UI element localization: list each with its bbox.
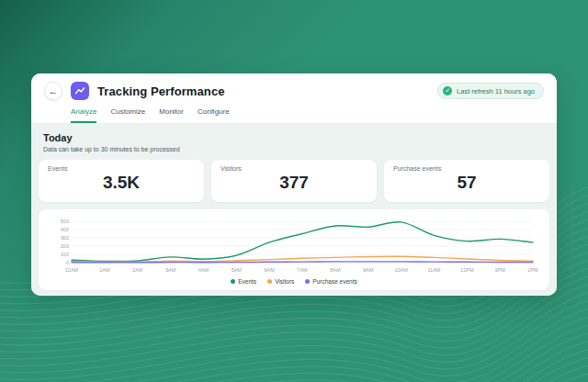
check-icon: ✓ (443, 86, 452, 96)
back-button[interactable]: ← (44, 82, 62, 100)
section-subtitle: Data can take up to 30 minutes to be pro… (43, 146, 549, 152)
x-axis-tick-label: 7AM (297, 267, 308, 273)
x-axis-tick-label: 8AM (330, 267, 341, 273)
tab-analyze[interactable]: Analyze (71, 107, 96, 123)
stat-label: Visitors (220, 165, 368, 172)
y-axis-tick-label: 100 (61, 252, 69, 257)
contour-line (0, 338, 588, 382)
stat-label: Purchase events (393, 165, 540, 172)
contour-line (0, 378, 588, 382)
back-arrow-icon: ← (49, 85, 59, 96)
x-axis-tick-label: 6AM (264, 267, 275, 273)
events-chart-panel: 010020030040050012AM1AM2AM3AM4AM5AM6AM7A… (39, 209, 549, 290)
contour-line (0, 288, 588, 373)
contour-line (0, 313, 588, 382)
tracking-performance-card: ← Tracking Performance ✓ Last refresh 11… (31, 73, 557, 296)
tab-customize[interactable]: Customize (110, 107, 145, 123)
legend-label: Events (238, 278, 256, 285)
tab-monitor[interactable]: Monitor (159, 107, 184, 123)
content-area: Today Data can take up to 30 minutes to … (31, 124, 557, 296)
tab-configure[interactable]: Configure (198, 107, 230, 123)
legend-item-events: Events (231, 278, 256, 285)
x-axis-tick-label: 1PM (494, 267, 505, 273)
stat-card-purchase-events: Purchase events 57 (384, 160, 549, 202)
page-title: Tracking Performance (97, 84, 225, 98)
y-axis-tick-label: 0 (66, 260, 69, 265)
x-axis-tick-label: 9AM (363, 267, 374, 273)
x-axis-tick-label: 2PM (527, 267, 538, 273)
x-axis-tick-label: 1AM (99, 267, 110, 273)
contour-line (0, 305, 588, 382)
contour-line (0, 363, 588, 382)
tab-bar: Analyze Customize Monitor Configure (71, 107, 544, 123)
stat-card-events: Events 3.5K (39, 160, 204, 202)
stat-card-visitors: Visitors 377 (211, 160, 377, 202)
contour-line (0, 297, 588, 379)
last-refresh-text: Last refresh 11 hours ago (457, 87, 535, 96)
contour-line (0, 321, 588, 382)
card-header: ← Tracking Performance ✓ Last refresh 11… (31, 73, 557, 124)
stat-value: 377 (220, 173, 368, 193)
x-axis-tick-label: 4AM (198, 267, 209, 273)
contour-line (0, 354, 588, 382)
analytics-app-icon (71, 82, 89, 100)
y-axis-tick-label: 400 (61, 227, 69, 232)
y-axis-tick-label: 200 (61, 243, 69, 249)
stat-value: 57 (393, 173, 540, 193)
stat-label: Events (48, 165, 195, 172)
last-refresh-badge[interactable]: ✓ Last refresh 11 hours ago (437, 83, 544, 99)
x-axis-tick-label: 12AM (65, 267, 79, 273)
x-axis-tick-label: 5AM (232, 267, 243, 273)
x-axis-tick-label: 12PM (460, 267, 474, 273)
x-axis-tick-label: 11AM (427, 267, 440, 273)
x-axis-tick-label: 2AM (132, 267, 143, 273)
y-axis-tick-label: 500 (61, 219, 69, 224)
stats-row: Events 3.5K Visitors 377 Purchase events… (39, 160, 549, 202)
contour-line (0, 371, 588, 382)
legend-dot (267, 279, 272, 284)
legend-item-visitors: Visitors (267, 278, 294, 285)
legend-item-purchase-events: Purchase events (305, 278, 356, 285)
y-axis-tick-label: 300 (61, 235, 69, 241)
series-line-events (72, 222, 533, 262)
header-top: ← Tracking Performance ✓ Last refresh 11… (44, 82, 544, 100)
chart-legend: EventsVisitorsPurchase events (48, 278, 540, 286)
stat-value: 3.5K (48, 173, 195, 193)
x-axis-tick-label: 10AM (394, 267, 408, 273)
legend-dot (231, 279, 235, 284)
legend-label: Visitors (275, 278, 294, 285)
pulse-line-icon (74, 84, 86, 97)
contour-line (0, 330, 588, 382)
x-axis-tick-label: 3AM (165, 267, 176, 273)
legend-dot (305, 279, 310, 284)
contour-line (0, 346, 588, 382)
section-title: Today (43, 132, 549, 143)
line-chart: 010020030040050012AM1AM2AM3AM4AM5AM6AM7A… (48, 217, 540, 277)
legend-label: Purchase events (312, 278, 356, 285)
